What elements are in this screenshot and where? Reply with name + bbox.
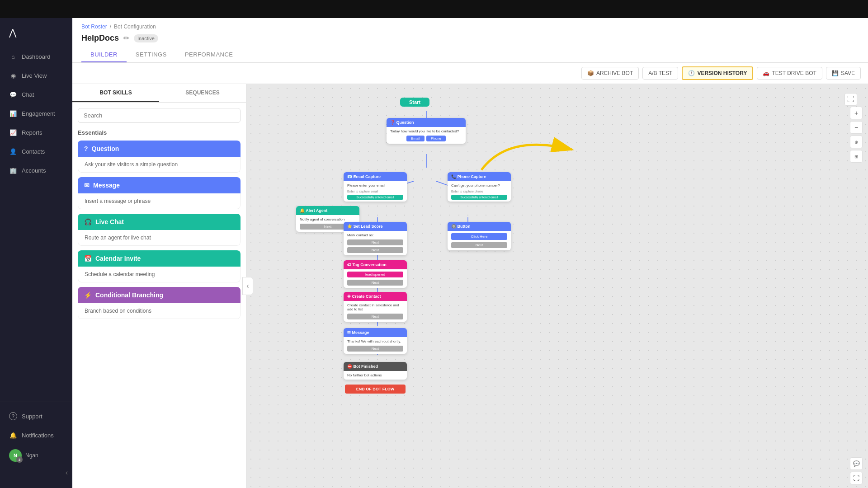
zoom-in-button[interactable]: + [850,107,863,119]
version-history-label: VERSION HISTORY [697,70,747,76]
skill-card-question[interactable]: ? Question Ask your site visitors a simp… [78,141,241,173]
app-container: ⋀ ⌂ Dashboard ◉ Live View 💬 Chat 📊 Engag… [0,0,868,488]
skill-card-body-conditional: Branch based on conditions [78,303,241,319]
sidebar: ⋀ ⌂ Dashboard ◉ Live View 💬 Chat 📊 Engag… [0,18,72,488]
archive-bot-button[interactable]: 📦 ARCHIVE BOT [581,67,639,80]
ab-test-label: A/B TEST [648,70,672,76]
skill-card-header-conditional: ⚡ Conditional Branching [78,287,241,303]
search-input[interactable] [78,108,241,123]
test-drive-label: TEST DRIVE BOT [772,70,816,76]
skill-desc-message: Insert a message or phrase [85,198,151,204]
sidebar-label-chat: Chat [22,91,34,98]
end-of-bot-flow-node[interactable]: END OF BOT FLOW [345,385,406,394]
sidebar-item-contacts[interactable]: 👤 Contacts [0,142,72,161]
user-badge: 3 [16,456,23,463]
email-capture-node[interactable]: 📧 Email Capture Please enter your email … [344,172,407,202]
ab-test-button[interactable]: A/B TEST [642,67,678,80]
question-header-icon: ? [84,145,88,152]
dashboard-icon: ⌂ [9,52,17,61]
skills-tab-sequences[interactable]: SEQUENCES [159,84,246,102]
accounts-icon: 🏢 [9,166,17,174]
grid-button[interactable]: ⊞ [850,150,863,163]
skills-panel: BOT SKILLS SEQUENCES Essentials ? Questi… [72,84,246,488]
zoom-controls: ⛶ [850,89,863,104]
conditional-header-icon: ⚡ [84,291,92,299]
page-title: HelpDocs [81,33,119,43]
sidebar-item-dashboard[interactable]: ⌂ Dashboard [0,47,72,66]
sidebar-label-notifications: Notifications [22,432,54,439]
button-node[interactable]: 🔘 Button Click Here Next [448,222,511,250]
skill-desc-calendar: Schedule a calendar meeting [85,271,155,277]
sidebar-label-engagement: Engagement [22,110,55,117]
breadcrumb-separator: / [110,23,111,30]
collapse-panel-button[interactable]: ‹ [242,277,253,295]
canvas-background: Start ❓ Question Today how would you lik… [246,84,868,488]
sidebar-item-reports[interactable]: 📈 Reports [0,123,72,142]
message-flow-node[interactable]: ✉ Message Thanks! We will reach out shor… [344,328,407,354]
live-view-icon: ◉ [9,71,17,80]
breadcrumb-parent[interactable]: Bot Roster [81,23,107,30]
fullscreen-bottom-button[interactable]: ⛶ [850,472,863,484]
tab-builder[interactable]: BUILDER [81,47,127,62]
skill-card-live-chat[interactable]: 🎧 Live Chat Route an agent for live chat [78,214,241,246]
skills-tab-bot-skills[interactable]: BOT SKILLS [72,84,159,102]
version-history-button[interactable]: 🕐 VERSION HISTORY [682,66,753,80]
skill-card-body-message: Insert a message or phrase [78,193,241,209]
tag-conversation-node[interactable]: 🏷 Tag Conversation lead/opened Next [344,260,407,288]
skills-tabs: BOT SKILLS SEQUENCES [72,84,246,103]
notification-icon: 🔔 [9,431,17,439]
sidebar-label-reports: Reports [22,129,42,136]
builder-area: BOT SKILLS SEQUENCES Essentials ? Questi… [72,84,868,488]
sidebar-item-accounts[interactable]: 🏢 Accounts [0,161,72,180]
question-node[interactable]: ❓ Question Today how would you like to b… [387,118,466,144]
set-lead-score-node[interactable]: ⭐ Set Lead Score Mark contact as: Next N… [344,222,407,255]
save-button[interactable]: 💾 SAVE [826,67,861,80]
start-node[interactable]: Start [400,98,429,107]
toolbar: 📦 ARCHIVE BOT A/B TEST 🕐 VERSION HISTORY… [72,63,868,84]
fullscreen-button[interactable]: ⛶ [844,93,857,106]
skill-card-header-question: ? Question [78,141,241,157]
skill-card-header-live-chat: 🎧 Live Chat [78,214,241,230]
tab-settings[interactable]: SETTINGS [127,47,176,62]
phone-capture-node[interactable]: 📞 Phone Capture Can't get your phone num… [448,172,511,202]
skill-name-conditional: Conditional Branching [95,291,163,299]
sidebar-item-chat[interactable]: 💬 Chat [0,85,72,104]
sidebar-label-accounts: Accounts [22,167,46,174]
sidebar-label-dashboard: Dashboard [22,53,51,60]
sidebar-user[interactable]: N 3 Ngan [0,445,72,466]
bot-finished-node[interactable]: ⛔ Bot Finished No further bot actions [344,362,407,380]
page-title-row: HelpDocs ✏ Inactive [81,33,859,43]
canvas-area[interactable]: Start ❓ Question Today how would you lik… [246,84,868,488]
skill-card-calendar[interactable]: 📅 Calendar Invite Schedule a calendar me… [78,250,241,282]
sidebar-item-engagement[interactable]: 📊 Engagement [0,104,72,123]
sidebar-label-contacts: Contacts [22,148,45,155]
create-contact-node[interactable]: ✚ Create Contact Create contact in sales… [344,292,407,322]
skill-card-body-question: Ask your site visitors a simple question [78,157,241,173]
archive-icon: 📦 [587,70,594,76]
edit-icon[interactable]: ✏ [123,34,129,42]
breadcrumb: Bot Roster / Bot Configuration [81,23,859,30]
username: Ngan [25,452,38,459]
test-drive-button[interactable]: 🚗 TEST DRIVE BOT [757,67,822,80]
tab-performance[interactable]: PERFORMANCE [176,47,242,62]
car-icon: 🚗 [763,70,769,76]
skill-name-message: Message [93,182,120,189]
collapse-sidebar-button[interactable]: ‹ [0,466,72,479]
status-badge: Inactive [134,34,158,42]
fit-button[interactable]: ⊕ [850,136,863,148]
skill-desc-question: Ask your site visitors a simple question [85,161,178,168]
chat-widget-button[interactable]: 💬 [850,457,863,470]
live-chat-header-icon: 🎧 [84,218,92,225]
page-tabs: BUILDER SETTINGS PERFORMANCE [81,47,859,62]
skill-card-conditional[interactable]: ⚡ Conditional Branching Branch based on … [78,287,241,319]
archive-btn-label: ARCHIVE BOT [596,70,633,76]
skill-card-message[interactable]: ✉ Message Insert a message or phrase [78,177,241,209]
sidebar-item-live-view[interactable]: ◉ Live View [0,66,72,85]
zoom-out-button[interactable]: − [850,121,863,134]
reports-icon: 📈 [9,128,17,136]
sidebar-item-notifications[interactable]: 🔔 Notifications [0,426,72,445]
skill-name-calendar: Calendar Invite [95,255,141,262]
top-bar [0,0,868,18]
sidebar-item-support[interactable]: ? Support [0,407,72,426]
engagement-icon: 📊 [9,109,17,117]
